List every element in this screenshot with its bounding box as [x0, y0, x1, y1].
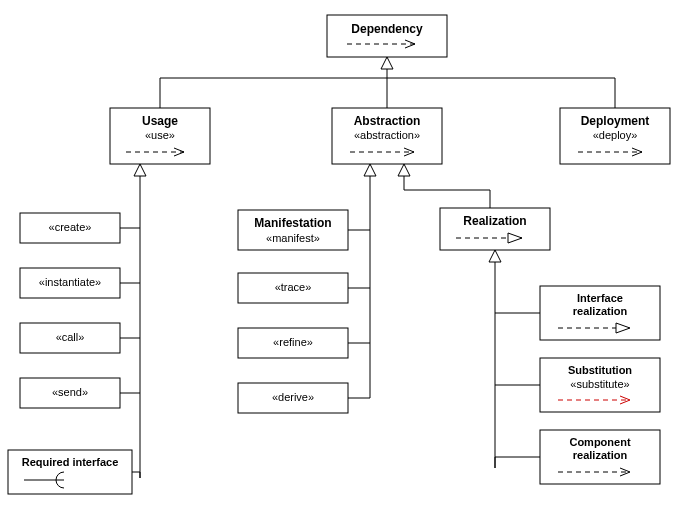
node-component-realization: Component realization	[540, 430, 660, 484]
node-usage: Usage «use»	[110, 108, 210, 164]
usage-title: Usage	[142, 114, 178, 128]
node-create: «create»	[20, 213, 120, 243]
node-required-interface: Required interface	[8, 450, 132, 494]
node-realization: Realization	[440, 208, 550, 250]
node-interface-realization: Interface realization	[540, 286, 660, 340]
dependency-hierarchy-diagram: Dependency Usage «use» Abstraction «abst…	[0, 0, 700, 519]
node-send: «send»	[20, 378, 120, 408]
node-deployment: Deployment «deploy»	[560, 108, 670, 164]
node-abstraction: Abstraction «abstraction»	[332, 108, 442, 164]
node-trace: «trace»	[238, 273, 348, 303]
node-substitution: Substitution «substitute»	[540, 358, 660, 412]
trace-label: «trace»	[275, 281, 312, 293]
deployment-title: Deployment	[581, 114, 650, 128]
realization-title: Realization	[463, 214, 526, 228]
abstraction-title: Abstraction	[354, 114, 421, 128]
manifestation-stereotype: «manifest»	[266, 232, 320, 244]
node-refine: «refine»	[238, 328, 348, 358]
abstraction-stereotype: «abstraction»	[354, 129, 420, 141]
substitution-title: Substitution	[568, 364, 632, 376]
manifestation-title: Manifestation	[254, 216, 331, 230]
instantiate-label: «instantiate»	[39, 276, 101, 288]
required-interface-label: Required interface	[22, 456, 119, 468]
interface-realization-l2: realization	[573, 305, 628, 317]
component-realization-l1: Component	[569, 436, 630, 448]
dependency-title: Dependency	[351, 22, 423, 36]
usage-stereotype: «use»	[145, 129, 175, 141]
derive-label: «derive»	[272, 391, 314, 403]
node-instantiate: «instantiate»	[20, 268, 120, 298]
node-manifestation: Manifestation «manifest»	[238, 210, 348, 250]
node-call: «call»	[20, 323, 120, 353]
node-dependency: Dependency	[327, 15, 447, 57]
create-label: «create»	[49, 221, 92, 233]
component-realization-l2: realization	[573, 449, 628, 461]
interface-realization-l1: Interface	[577, 292, 623, 304]
send-label: «send»	[52, 386, 88, 398]
call-label: «call»	[56, 331, 85, 343]
refine-label: «refine»	[273, 336, 313, 348]
deployment-stereotype: «deploy»	[593, 129, 638, 141]
node-derive: «derive»	[238, 383, 348, 413]
substitution-stereotype: «substitute»	[570, 378, 629, 390]
